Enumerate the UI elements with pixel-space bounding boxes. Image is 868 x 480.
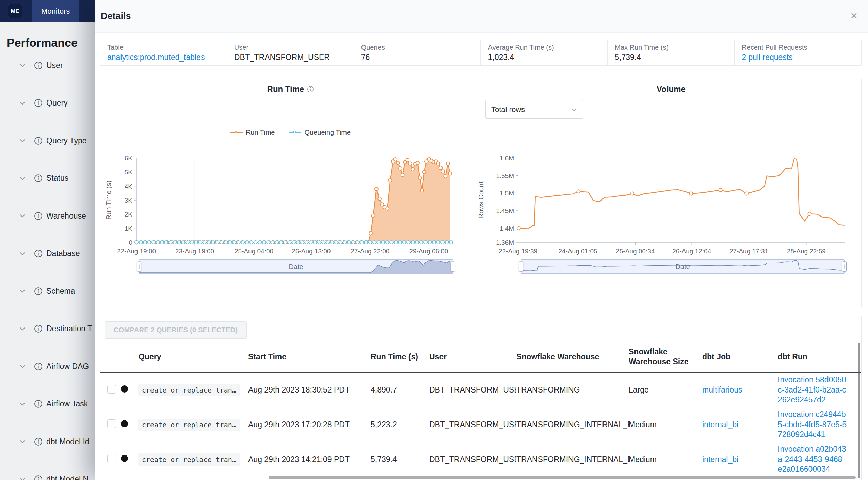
- close-icon[interactable]: ✕: [850, 12, 858, 21]
- info-icon[interactable]: [34, 324, 43, 333]
- info-icon[interactable]: [34, 137, 43, 145]
- sidebar-filter-airflow-dag[interactable]: Airflow DAG: [0, 348, 102, 385]
- chevron-down-icon[interactable]: [19, 287, 26, 295]
- info-icon[interactable]: [34, 362, 43, 371]
- sidebar-filter-status[interactable]: Status: [0, 160, 102, 197]
- run-time-chart[interactable]: 01K2K3K4K5K6K22-Aug 19:0023-Aug 19:0025-…: [114, 154, 464, 256]
- filter-label: Status: [46, 174, 68, 183]
- info-icon[interactable]: [34, 287, 43, 295]
- svg-text:4K: 4K: [125, 183, 133, 190]
- run-time-date-slider[interactable]: Date: [139, 259, 453, 274]
- header-dbt-run: dbt Run: [778, 352, 858, 362]
- svg-text:27-Aug 17:31: 27-Aug 17:31: [729, 247, 768, 255]
- query-text[interactable]: create or replace tran…: [138, 419, 240, 431]
- svg-text:1.5M: 1.5M: [500, 190, 514, 197]
- filter-label: Airflow DAG: [46, 362, 89, 371]
- header-run-time: Run Time (s): [371, 352, 429, 362]
- chevron-down-icon[interactable]: [19, 476, 26, 480]
- warehouse-cell: TRANSFORMING: [516, 385, 629, 395]
- volume-metric-select[interactable]: Total rows: [485, 100, 583, 119]
- horizontal-scrollbar[interactable]: [269, 476, 856, 479]
- slider-handle-right[interactable]: [842, 262, 847, 272]
- info-icon[interactable]: [34, 174, 43, 182]
- run-time-cell: 5,223.2: [371, 420, 429, 429]
- row-checkbox[interactable]: [107, 454, 116, 463]
- screen: MC Monitors Performance User Query Query…: [0, 0, 868, 480]
- volume-chart[interactable]: 1.36M1.4M1.45M1.5M1.55M1.6M22-Aug 19:392…: [481, 154, 852, 256]
- compare-queries-button[interactable]: COMPARE 2 QUERIES (0 SELECTED): [105, 321, 247, 339]
- info-icon[interactable]: [34, 400, 43, 408]
- legend-marker: [289, 130, 301, 135]
- dbt-job-link[interactable]: multifarious: [702, 385, 742, 394]
- sidebar-filter-dbt-model-name[interactable]: dbt Model N: [0, 461, 102, 480]
- user-cell: DBT_TRANSFORM_USER: [429, 385, 516, 395]
- sidebar-filter-destination-table[interactable]: Destination T: [0, 310, 102, 348]
- summary-avg-run-time: Average Run Time (s) 1,023.4: [481, 40, 608, 65]
- row-checkbox[interactable]: [107, 385, 116, 394]
- info-icon[interactable]: [34, 249, 43, 258]
- user-cell: DBT_TRANSFORM_USER: [429, 420, 516, 429]
- dbt-job-link[interactable]: internal_bi: [702, 455, 738, 464]
- table-link[interactable]: analytics:prod.muted_tables: [107, 53, 220, 62]
- warehouse-cell: TRANSFORMING_INTERNAL_BI: [516, 420, 629, 429]
- sidebar-filter-query-type[interactable]: Query Type: [0, 122, 102, 160]
- chevron-down-icon[interactable]: [19, 363, 26, 370]
- dbt-job-link[interactable]: internal_bi: [702, 420, 738, 429]
- sidebar-filter-user[interactable]: User: [0, 47, 102, 84]
- row-checkbox[interactable]: [107, 419, 116, 428]
- svg-text:1.4M: 1.4M: [500, 225, 514, 232]
- chevron-down-icon[interactable]: [19, 325, 26, 333]
- info-icon[interactable]: [34, 61, 43, 70]
- table-row: create or replace tran… Aug 29th 2023 17…: [100, 407, 861, 442]
- dbt-run-link[interactable]: Invocation a02b043a-2443-4453-9468-e2a01…: [778, 444, 848, 474]
- sidebar-filter-database[interactable]: Database: [0, 235, 102, 273]
- slider-axis-label: Date: [521, 260, 844, 273]
- info-icon[interactable]: [34, 475, 43, 480]
- filter-sidebar: User Query Query Type Status Warehouse D…: [0, 47, 102, 480]
- slider-axis-label: Date: [139, 260, 453, 273]
- svg-text:2K: 2K: [125, 211, 133, 218]
- chevron-down-icon[interactable]: [19, 400, 26, 408]
- volume-date-slider[interactable]: Date: [521, 259, 845, 274]
- chevron-down-icon[interactable]: [19, 250, 26, 257]
- details-drawer: Details ✕ Table analytics:prod.muted_tab…: [95, 0, 868, 480]
- chevron-down-icon[interactable]: [19, 62, 26, 69]
- chevron-down-icon[interactable]: [19, 137, 26, 144]
- slider-handle-left[interactable]: [137, 262, 141, 272]
- slider-handle-right[interactable]: [451, 262, 455, 272]
- chevron-down-icon[interactable]: [19, 175, 26, 182]
- info-icon[interactable]: [34, 437, 43, 446]
- filter-label: Destination T: [46, 324, 92, 333]
- sidebar-filter-schema[interactable]: Schema: [0, 272, 102, 310]
- nav-monitors[interactable]: Monitors: [32, 0, 79, 22]
- drawer-title: Details: [101, 11, 131, 21]
- sidebar-filter-query[interactable]: Query: [0, 84, 102, 122]
- sidebar-filter-dbt-model-id[interactable]: dbt Model Id: [0, 423, 102, 461]
- info-icon[interactable]: [34, 212, 43, 220]
- chevron-down-icon[interactable]: [19, 99, 26, 107]
- run-time-y-axis-label: Run Time (s): [104, 163, 113, 238]
- svg-text:1.6M: 1.6M: [500, 155, 514, 162]
- svg-text:29-Aug 06:00: 29-Aug 06:00: [409, 247, 448, 255]
- summary-value: 76: [361, 53, 473, 62]
- chevron-down-icon[interactable]: [19, 438, 26, 445]
- vertical-scrollbar[interactable]: [858, 343, 860, 478]
- sidebar-filter-airflow-task[interactable]: Airflow Task: [0, 385, 102, 423]
- filter-label: Warehouse: [46, 211, 86, 221]
- legend-queueing-time[interactable]: Queueing Time: [289, 129, 351, 137]
- legend-run-time[interactable]: Run Time: [230, 129, 275, 137]
- status-dot: [121, 455, 128, 462]
- info-icon[interactable]: [307, 86, 314, 93]
- sidebar-filter-warehouse[interactable]: Warehouse: [0, 197, 102, 235]
- dbt-run-link[interactable]: Invocation c24944b5-cbdd-4fd5-87e5-57280…: [778, 410, 848, 439]
- dbt-run-link[interactable]: Invocation 58d0050c-3ad2-41f0-b2aa-c262e…: [778, 375, 848, 405]
- slider-handle-left[interactable]: [519, 262, 523, 272]
- info-icon[interactable]: [34, 99, 43, 107]
- query-text[interactable]: create or replace tran…: [138, 384, 240, 396]
- filter-label: dbt Model N: [46, 475, 89, 480]
- svg-text:6K: 6K: [125, 155, 133, 162]
- pull-requests-link[interactable]: 2 pull requests: [742, 53, 854, 62]
- svg-text:25-Aug 04:00: 25-Aug 04:00: [235, 247, 273, 255]
- query-text[interactable]: create or replace tran…: [138, 453, 240, 466]
- chevron-down-icon[interactable]: [19, 212, 26, 220]
